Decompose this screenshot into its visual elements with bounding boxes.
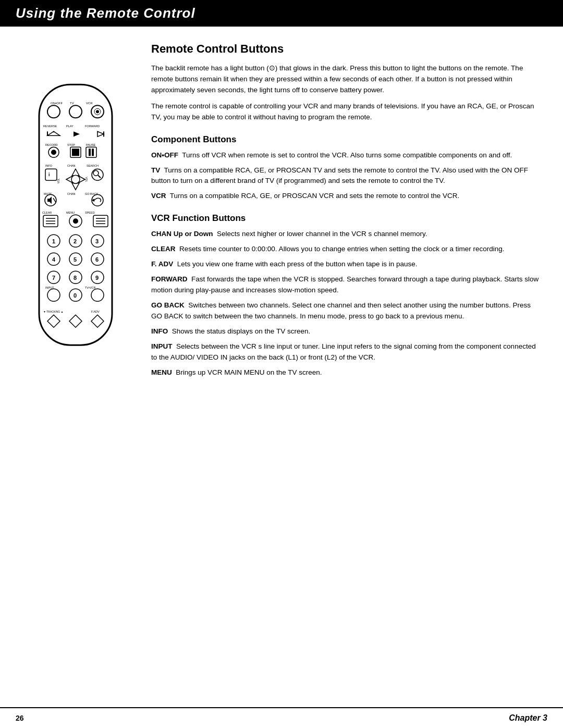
vcr-item-3: FORWARD Fast forwards the tape when the … (151, 274, 542, 296)
intro-paragraph-1: The backlit remote has a light button (⊙… (151, 63, 542, 96)
svg-text:MENU: MENU (66, 211, 75, 214)
svg-text:6: 6 (95, 256, 99, 263)
page-number: 26 (16, 714, 24, 722)
svg-point-21 (51, 150, 56, 155)
main-section-title: Remote Control Buttons (151, 42, 542, 56)
svg-text:5: 5 (74, 256, 77, 263)
svg-text:▼ TRACKING ▲: ▼ TRACKING ▲ (43, 310, 63, 313)
svg-text:VOL: VOL (57, 178, 60, 183)
svg-text:STOP: STOP (67, 143, 75, 146)
svg-rect-24 (86, 147, 96, 157)
component-label-2: VCR (151, 192, 166, 200)
svg-text:7: 7 (52, 275, 55, 281)
vcr-label-4: GO BACK (151, 301, 185, 309)
intro-paragraph-2: The remote control is capable of control… (151, 101, 542, 123)
vcr-item-5: INFO Shows the status displays on the TV… (151, 326, 542, 337)
svg-rect-25 (89, 149, 91, 156)
svg-text:2: 2 (74, 238, 77, 244)
svg-text:TV: TV (70, 102, 74, 105)
svg-text:SEARCH: SEARCH (87, 164, 99, 167)
svg-text:VOL: VOL (85, 177, 88, 182)
svg-point-40 (93, 170, 99, 176)
svg-text:F.ADV: F.ADV (91, 310, 100, 313)
svg-rect-23 (72, 149, 79, 156)
page-footer: 26 Chapter 3 (0, 707, 563, 728)
svg-point-86 (91, 289, 104, 301)
vcr-item-1: CLEAR Resets time counter to 0:00:00. Al… (151, 244, 542, 255)
component-item-1: TV Turns on a compatible RCA, GE, or PRO… (151, 165, 542, 187)
page-header: Using the Remote Control (0, 0, 563, 27)
svg-point-58 (73, 218, 78, 224)
svg-text:RECORD: RECORD (45, 143, 58, 146)
vcr-buttons-title: VCR Function Buttons (151, 213, 542, 224)
component-label-0: ON•OFF (151, 151, 178, 159)
svg-text:0: 0 (74, 292, 77, 299)
vcr-item-2: F. ADV Lets you view one frame with each… (151, 259, 542, 270)
svg-text:3: 3 (95, 238, 99, 244)
svg-text:TV•VCR: TV•VCR (85, 286, 96, 289)
svg-text:INFO: INFO (45, 164, 53, 167)
chapter-label: Chapter 3 (509, 713, 547, 723)
svg-text:8: 8 (74, 275, 77, 281)
svg-text:VCR: VCR (86, 102, 93, 105)
svg-rect-26 (92, 149, 94, 156)
remote-illustration: ON•OFF TV VCR REVERSE PLAY FORWARD (16, 42, 136, 382)
svg-point-83 (47, 289, 60, 301)
component-label-1: TV (151, 166, 160, 174)
svg-text:CHAN: CHAN (67, 164, 76, 167)
vcr-item-6: INPUT Selects between the VCR s line inp… (151, 341, 542, 363)
content-area: ON•OFF TV VCR REVERSE PLAY FORWARD (0, 42, 563, 382)
vcr-label-3: FORWARD (151, 275, 188, 283)
svg-rect-30 (45, 169, 57, 180)
svg-text:SPEED: SPEED (85, 211, 95, 214)
component-item-2: VCR Turns on a compatible RCA, GE, or PR… (151, 191, 542, 202)
svg-text:ON•OFF: ON•OFF (51, 102, 63, 105)
svg-text:CHAN: CHAN (67, 192, 76, 195)
svg-text:i: i (48, 172, 50, 177)
vcr-item-0: CHAN Up or Down Selects next higher or l… (151, 229, 542, 240)
vcr-item-7: MENU Brings up VCR MAIN MENU on the TV s… (151, 367, 542, 378)
svg-point-5 (69, 105, 82, 118)
svg-text:CLEAR: CLEAR (42, 211, 52, 214)
remote-svg: ON•OFF TV VCR REVERSE PLAY FORWARD (23, 47, 128, 382)
svg-point-36 (71, 175, 80, 183)
component-item-0: ON•OFF Turns off VCR when remote is set … (151, 150, 542, 161)
vcr-item-4: GO BACK Switches between two channels. S… (151, 300, 542, 322)
component-buttons-title: Component Buttons (151, 134, 542, 145)
vcr-label-5: INFO (151, 327, 168, 335)
svg-point-8 (96, 110, 99, 113)
vcr-label-6: INPUT (151, 342, 173, 350)
vcr-label-1: CLEAR (151, 245, 176, 253)
svg-text:REVERSE: REVERSE (43, 125, 57, 128)
page-title: Using the Remote Control (16, 5, 547, 21)
vcr-label-0: CHAN Up or Down (151, 230, 213, 238)
svg-text:1: 1 (52, 238, 55, 244)
svg-text:4: 4 (52, 256, 56, 263)
svg-text:FORWARD: FORWARD (85, 125, 100, 128)
vcr-label-2: F. ADV (151, 260, 173, 268)
svg-text:PAUSE: PAUSE (86, 143, 96, 146)
svg-text:9: 9 (95, 275, 99, 281)
text-content: Remote Control Buttons The backlit remot… (151, 42, 547, 382)
svg-text:PLAY: PLAY (66, 125, 74, 128)
vcr-label-7: MENU (151, 368, 172, 376)
svg-point-4 (47, 105, 60, 118)
